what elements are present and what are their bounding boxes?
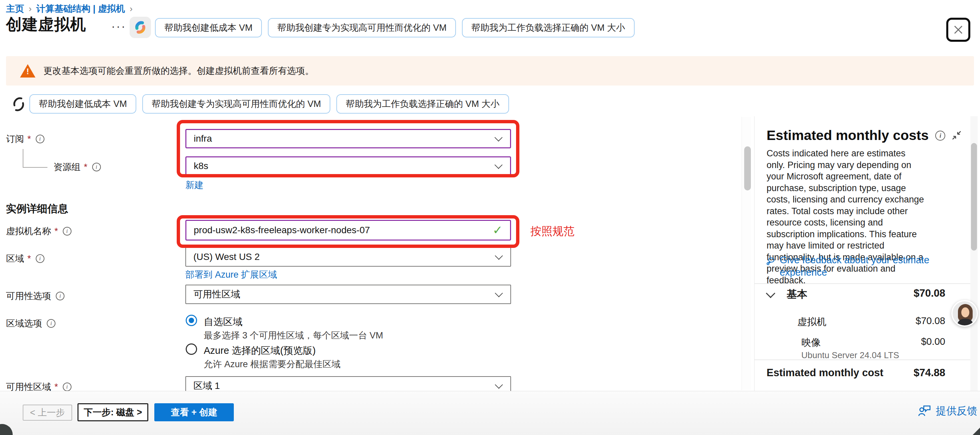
- required-asterisk: *: [27, 253, 31, 264]
- availability-options-dropdown[interactable]: 可用性区域: [185, 285, 511, 304]
- help-high-availability-vm-button[interactable]: 帮助我创建专为实现高可用性而优化的 VM: [268, 18, 456, 37]
- tree-connector: [23, 167, 48, 168]
- chevron-down-icon[interactable]: [766, 288, 775, 298]
- copilot-suggestions-top: 帮助我创建低成本 VM 帮助我创建专为实现高可用性而优化的 VM 帮助我为工作负…: [155, 18, 635, 37]
- info-icon[interactable]: i: [47, 319, 56, 328]
- warning-text: 更改基本选项可能会重置所做的选择。创建虚拟机前查看所有选项。: [43, 65, 314, 77]
- info-icon[interactable]: i: [63, 382, 72, 391]
- tree-connector: [23, 149, 23, 168]
- info-icon[interactable]: i: [36, 135, 45, 143]
- previous-step-button[interactable]: < 上一步: [23, 405, 72, 421]
- required-asterisk: *: [27, 134, 31, 144]
- breadcrumb-separator-icon: ›: [29, 4, 32, 14]
- cost-item-vm-amount: $70.08: [916, 315, 945, 327]
- feedback-bubbles-icon: [766, 254, 776, 268]
- give-feedback-button[interactable]: 提供反馈: [917, 404, 977, 418]
- info-icon[interactable]: i: [92, 163, 101, 171]
- self-selected-zone-option-label[interactable]: 自选区域: [204, 315, 242, 329]
- azure-selected-zone-option-label[interactable]: Azure 选择的区域(预览版): [204, 344, 316, 357]
- divider: [754, 283, 970, 284]
- required-asterisk: *: [84, 162, 88, 172]
- page-title: 创建虚拟机: [6, 14, 86, 35]
- breadcrumb-vm-link[interactable]: 计算基础结构 | 虚拟机: [37, 3, 125, 15]
- feedback-person-icon: [917, 404, 931, 417]
- cost-group-basic-label: 基本: [787, 287, 807, 301]
- info-icon[interactable]: i: [36, 254, 45, 263]
- region-label: 区域* i: [6, 253, 45, 265]
- total-cost-amount: $74.88: [913, 367, 945, 379]
- more-menu-icon[interactable]: ···: [111, 19, 126, 33]
- decorative-circle: [0, 424, 13, 435]
- warning-icon: !: [20, 64, 35, 78]
- main-scrollbar-thumb[interactable]: [744, 147, 751, 190]
- create-new-resource-group-link[interactable]: 新建: [185, 179, 204, 191]
- region-dropdown[interactable]: (US) West US 2: [185, 247, 511, 267]
- help-high-availability-vm-button[interactable]: 帮助我创建专为实现高可用性而优化的 VM: [142, 94, 330, 113]
- valid-check-icon: ✓: [493, 223, 503, 237]
- estimate-feedback-link[interactable]: Give feedback about your estimate experi…: [766, 254, 933, 279]
- copilot-logo-icon: [133, 20, 148, 35]
- divider: [754, 360, 970, 360]
- corner-shape: [973, 428, 980, 435]
- subscription-label: 订阅* i: [6, 133, 45, 145]
- annotation-note: 按照规范: [530, 224, 574, 239]
- self-selected-zone-option-desc: 最多选择 3 个可用性区域，每个区域一台 VM: [204, 330, 383, 341]
- costs-panel-title: Estimated monthly costs i: [767, 127, 945, 143]
- cost-group-basic-amount: $70.08: [913, 287, 945, 300]
- breadcrumb-separator-icon: ›: [130, 4, 133, 14]
- info-icon[interactable]: i: [63, 227, 72, 236]
- create-vm-page: 主页 › 计算基础结构 | 虚拟机 › 创建虚拟机 ··· 帮助我创建低成本 V…: [0, 0, 980, 435]
- copilot-suggestions-inline: 帮助我创建低成本 VM 帮助我创建专为实现高可用性而优化的 VM 帮助我为工作负…: [29, 94, 509, 113]
- instance-details-section-title: 实例详细信息: [6, 202, 68, 216]
- required-asterisk: *: [54, 226, 58, 237]
- warning-banner: ! 更改基本选项可能会重置所做的选择。创建虚拟机前查看所有选项。: [6, 56, 974, 86]
- estimated-costs-panel: Estimated monthly costs i Costs indicate…: [754, 116, 980, 391]
- azure-selected-zone-option-desc: 允许 Azure 根据需要分配最佳区域: [204, 358, 341, 370]
- help-low-cost-vm-button[interactable]: 帮助我创建低成本 VM: [29, 94, 136, 113]
- help-vm-size-button[interactable]: 帮助我为工作负载选择正确的 VM 大小: [336, 94, 509, 113]
- cost-item-image-amount: $0.00: [921, 336, 945, 347]
- user-avatar[interactable]: [951, 300, 978, 327]
- close-button[interactable]: [946, 18, 970, 42]
- chevron-down-icon: [494, 134, 502, 142]
- breadcrumb: 主页 › 计算基础结构 | 虚拟机 ›: [6, 3, 133, 15]
- total-cost-label: Estimated monthly cost: [767, 367, 883, 379]
- panel-scrollbar-thumb[interactable]: [971, 143, 977, 250]
- cost-item-image-subtitle: Ubuntu Server 24.04 LTS: [801, 350, 899, 360]
- deploy-extended-zones-link[interactable]: 部署到 Azure 扩展区域: [185, 269, 277, 280]
- self-selected-zone-radio[interactable]: [186, 315, 197, 326]
- chevron-down-icon: [494, 161, 502, 169]
- vm-name-input[interactable]: prod-usw2-k8s-freeleaps-worker-nodes-07 …: [185, 220, 511, 241]
- availability-options-label: 可用性选项 i: [6, 290, 64, 302]
- info-icon[interactable]: i: [935, 131, 945, 141]
- chevron-down-icon: [495, 289, 503, 297]
- azure-selected-zone-radio[interactable]: [186, 343, 197, 355]
- chevron-down-icon: [495, 252, 503, 260]
- vm-name-label: 虚拟机名称* i: [6, 225, 72, 237]
- subscription-dropdown[interactable]: infra: [185, 129, 511, 148]
- zone-options-label: 区域选项 i: [6, 317, 56, 330]
- required-asterisk: *: [54, 382, 58, 392]
- copilot-icon[interactable]: [130, 17, 151, 38]
- chevron-down-icon: [495, 381, 503, 389]
- info-icon[interactable]: i: [56, 292, 64, 300]
- help-vm-size-button[interactable]: 帮助我为工作负载选择正确的 VM 大小: [462, 18, 635, 37]
- close-icon: [951, 23, 965, 37]
- copilot-outline-icon: [10, 95, 28, 115]
- breadcrumb-home-link[interactable]: 主页: [6, 3, 24, 15]
- resource-group-label: 资源组* i: [53, 161, 101, 173]
- cost-item-image-label: 映像: [801, 336, 821, 349]
- wizard-footer: < 上一步 下一步: 磁盘 > 查看 + 创建 提供反馈: [0, 391, 980, 435]
- cost-item-vm-label: 虚拟机: [797, 315, 826, 329]
- collapse-panel-icon[interactable]: [951, 130, 962, 142]
- help-low-cost-vm-button[interactable]: 帮助我创建低成本 VM: [155, 18, 262, 37]
- next-step-disks-button[interactable]: 下一步: 磁盘 >: [78, 403, 148, 421]
- resource-group-dropdown[interactable]: k8s: [185, 156, 511, 176]
- review-create-button[interactable]: 查看 + 创建: [154, 403, 234, 421]
